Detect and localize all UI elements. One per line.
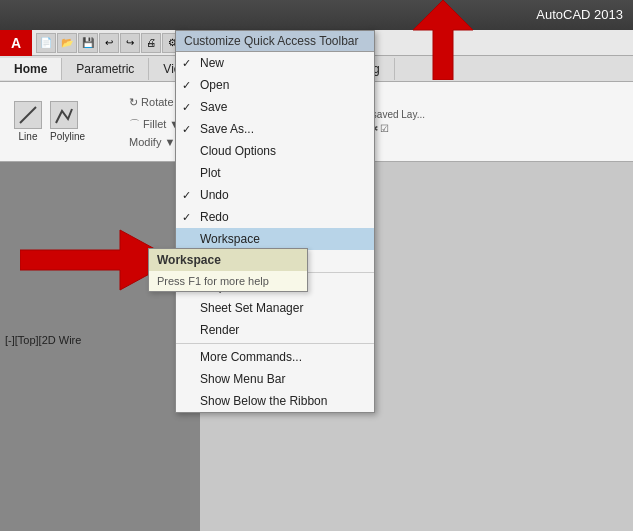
title-bar: AutoCAD 2013 bbox=[0, 0, 633, 30]
menu-item-render[interactable]: Render bbox=[176, 319, 374, 341]
new-icon[interactable]: 📄 bbox=[36, 33, 56, 53]
polyline-tool[interactable]: Polyline bbox=[50, 101, 85, 142]
canvas-label: [-][Top][2D Wire bbox=[5, 334, 81, 346]
workspace-tooltip: Workspace Press F1 for more help bbox=[148, 248, 308, 292]
dropdown-header: Customize Quick Access Toolbar bbox=[176, 31, 374, 52]
menu-item-more-commands[interactable]: More Commands... bbox=[176, 343, 374, 368]
polyline-icon[interactable] bbox=[50, 101, 78, 129]
menu-item-plot[interactable]: Plot bbox=[176, 162, 374, 184]
menu-item-save[interactable]: Save bbox=[176, 96, 374, 118]
menu-item-redo[interactable]: Redo bbox=[176, 206, 374, 228]
customize-dropdown-menu: Customize Quick Access Toolbar New Open … bbox=[175, 30, 375, 413]
autocad-logo[interactable]: A bbox=[0, 30, 32, 56]
draw-tools: Line Polyline bbox=[10, 97, 89, 146]
tooltip-body: Press F1 for more help bbox=[149, 271, 307, 291]
line-tool[interactable]: Line bbox=[14, 101, 42, 142]
menu-item-show-menu-bar[interactable]: Show Menu Bar bbox=[176, 368, 374, 390]
menu-item-workspace[interactable]: Workspace bbox=[176, 228, 374, 250]
tooltip-title: Workspace bbox=[149, 249, 307, 271]
svg-line-2 bbox=[20, 107, 36, 123]
menu-item-show-below-ribbon[interactable]: Show Below the Ribbon bbox=[176, 390, 374, 412]
arrow-up-indicator bbox=[373, 0, 503, 83]
menu-item-new[interactable]: New bbox=[176, 52, 374, 74]
undo-icon[interactable]: ↩ bbox=[99, 33, 119, 53]
app-title: AutoCAD 2013 bbox=[536, 7, 623, 22]
save-icon[interactable]: 💾 bbox=[78, 33, 98, 53]
open-icon[interactable]: 📂 bbox=[57, 33, 77, 53]
line-icon[interactable] bbox=[14, 101, 42, 129]
svg-marker-1 bbox=[413, 0, 473, 80]
menu-item-save-as[interactable]: Save As... bbox=[176, 118, 374, 140]
menu-item-undo[interactable]: Undo bbox=[176, 184, 374, 206]
redo-icon[interactable]: ↪ bbox=[120, 33, 140, 53]
tab-parametric[interactable]: Parametric bbox=[62, 58, 149, 80]
canvas-area: [-][Top][2D Wire bbox=[0, 162, 200, 531]
menu-item-cloud-options[interactable]: Cloud Options bbox=[176, 140, 374, 162]
plot-icon[interactable]: 🖨 bbox=[141, 33, 161, 53]
tab-home[interactable]: Home bbox=[0, 58, 62, 80]
menu-item-sheet-set[interactable]: Sheet Set Manager bbox=[176, 297, 374, 319]
menu-item-open[interactable]: Open bbox=[176, 74, 374, 96]
